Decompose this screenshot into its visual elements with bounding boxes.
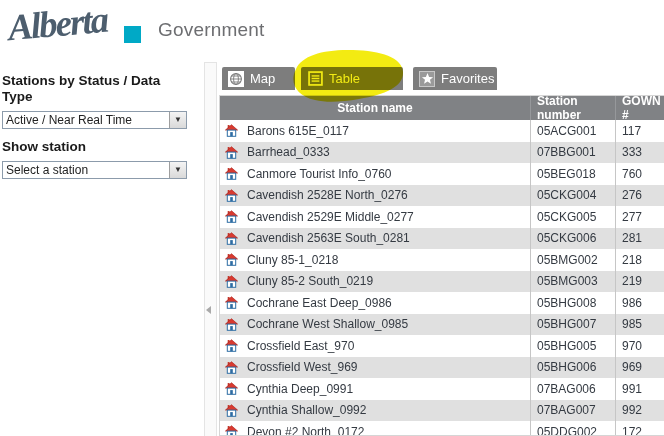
station-name: Barons 615E_0117 [247, 124, 349, 138]
globe-icon [228, 71, 244, 87]
station-number: 05BHG006 [530, 357, 615, 379]
station-name: Cynthia Shallow_0992 [247, 403, 366, 417]
station-name: Cavendish 2528E North_0276 [247, 188, 408, 202]
station-name: Cluny 85-1_0218 [247, 253, 338, 267]
table-row[interactable]: Cavendish 2529E Middle_0277 05CKG005 277 [220, 206, 664, 228]
brand-square-icon [124, 26, 141, 43]
station-number: 05BHG007 [530, 314, 615, 336]
table-row[interactable]: Cluny 85-2 South_0219 05BMG003 219 [220, 271, 664, 293]
status-type-dropdown[interactable]: Active / Near Real Time ▼ [2, 111, 187, 129]
station-name: Cavendish 2563E South_0281 [247, 231, 410, 245]
table-row[interactable]: Crossfield East_970 05BHG005 970 [220, 335, 664, 357]
tab-table[interactable]: Table [301, 67, 403, 90]
station-number: 05BHG008 [530, 292, 615, 314]
station-name: Devon #2 North_0172 [247, 425, 364, 436]
column-header-gown-number[interactable]: GOWN # [615, 96, 664, 120]
station-house-icon [225, 210, 238, 223]
station-house-icon [225, 189, 238, 202]
station-number: 05BMG003 [530, 271, 615, 293]
station-house-icon [225, 382, 238, 395]
gown-number: 985 [615, 314, 664, 336]
column-header-station-number[interactable]: Station number [530, 96, 615, 120]
table-row[interactable]: Cochrane East Deep_0986 05BHG008 986 [220, 292, 664, 314]
table-row[interactable]: Barons 615E_0117 05ACG001 117 [220, 120, 664, 142]
station-dropdown[interactable]: Select a station ▼ [2, 161, 187, 179]
tab-map-label: Map [250, 71, 275, 86]
table-row[interactable]: Cavendish 2563E South_0281 05CKG006 281 [220, 228, 664, 250]
panel-splitter[interactable] [204, 62, 217, 436]
government-label: Government [158, 19, 265, 41]
table-row[interactable]: Cochrane West Shallow_0985 05BHG007 985 [220, 314, 664, 336]
station-name: Cynthia Deep_0991 [247, 382, 353, 396]
table-header-row: Station name Station number GOWN # [220, 96, 664, 120]
station-name: Cavendish 2529E Middle_0277 [247, 210, 414, 224]
gown-number: 970 [615, 335, 664, 357]
station-house-icon [225, 124, 238, 137]
station-house-icon [225, 253, 238, 266]
gown-number: 991 [615, 378, 664, 400]
station-house-icon [225, 275, 238, 288]
table-row[interactable]: Crossfield West_969 05BHG006 969 [220, 357, 664, 379]
show-station-heading: Show station [2, 139, 178, 155]
dropdown-arrow-icon[interactable]: ▼ [169, 112, 186, 128]
table-row[interactable]: Cavendish 2528E North_0276 05CKG004 276 [220, 185, 664, 207]
table-row[interactable]: Cynthia Shallow_0992 07BAG007 992 [220, 400, 664, 422]
tab-map[interactable]: Map [222, 67, 295, 90]
gown-number: 276 [615, 185, 664, 207]
station-number: 05ACG001 [530, 120, 615, 142]
stations-table-panel: Station name Station number GOWN # Baron… [219, 95, 664, 436]
station-house-icon [225, 339, 238, 352]
table-row[interactable]: Cluny 85-1_0218 05BMG002 218 [220, 249, 664, 271]
station-number: 05BHG005 [530, 335, 615, 357]
station-house-icon [225, 318, 238, 331]
station-number: 05DDG002 [530, 421, 615, 436]
gown-number: 172 [615, 421, 664, 436]
tab-table-label: Table [329, 71, 360, 86]
gown-number: 760 [615, 163, 664, 185]
station-name: Crossfield East_970 [247, 339, 354, 353]
gown-number: 218 [615, 249, 664, 271]
tab-favorites-label: Favorites [441, 71, 494, 86]
table-row[interactable]: Cynthia Deep_0991 07BAG006 991 [220, 378, 664, 400]
station-selected-value: Select a station [3, 163, 169, 177]
station-house-icon [225, 404, 238, 417]
station-number: 05CKG004 [530, 185, 615, 207]
list-icon [307, 71, 323, 87]
station-name: Canmore Tourist Info_0760 [247, 167, 392, 181]
station-name: Cochrane East Deep_0986 [247, 296, 392, 310]
gown-number: 219 [615, 271, 664, 293]
station-house-icon [225, 361, 238, 374]
station-number: 05BMG002 [530, 249, 615, 271]
collapse-arrow-icon[interactable] [206, 306, 211, 314]
station-number: 07BAG006 [530, 378, 615, 400]
tab-favorites[interactable]: Favorites [413, 67, 497, 90]
station-name: Crossfield West_969 [247, 360, 358, 374]
gown-number: 992 [615, 400, 664, 422]
gown-number: 277 [615, 206, 664, 228]
gown-number: 281 [615, 228, 664, 250]
station-house-icon [225, 167, 238, 180]
table-body: Barons 615E_0117 05ACG001 117 Barrhead_0… [220, 120, 664, 436]
column-header-station-name[interactable]: Station name [220, 96, 530, 120]
station-number: 05CKG005 [530, 206, 615, 228]
star-icon [419, 71, 435, 87]
station-house-icon [225, 232, 238, 245]
table-row[interactable]: Canmore Tourist Info_0760 05BEG018 760 [220, 163, 664, 185]
gown-number: 986 [615, 292, 664, 314]
alberta-wordmark: Alberta [6, 0, 108, 49]
station-name: Barrhead_0333 [247, 145, 330, 159]
dropdown-arrow-icon[interactable]: ▼ [169, 162, 186, 178]
gown-number: 117 [615, 120, 664, 142]
table-row[interactable]: Devon #2 North_0172 05DDG002 172 [220, 421, 664, 436]
table-row[interactable]: Barrhead_0333 07BBG001 333 [220, 142, 664, 164]
station-house-icon [225, 146, 238, 159]
gown-number: 969 [615, 357, 664, 379]
gown-number: 333 [615, 142, 664, 164]
station-number: 07BBG001 [530, 142, 615, 164]
station-house-icon [225, 425, 238, 436]
station-number: 05CKG006 [530, 228, 615, 250]
station-name: Cochrane West Shallow_0985 [247, 317, 408, 331]
sidebar: Stations by Status / Data Type Active / … [2, 73, 198, 189]
station-name: Cluny 85-2 South_0219 [247, 274, 373, 288]
station-house-icon [225, 296, 238, 309]
